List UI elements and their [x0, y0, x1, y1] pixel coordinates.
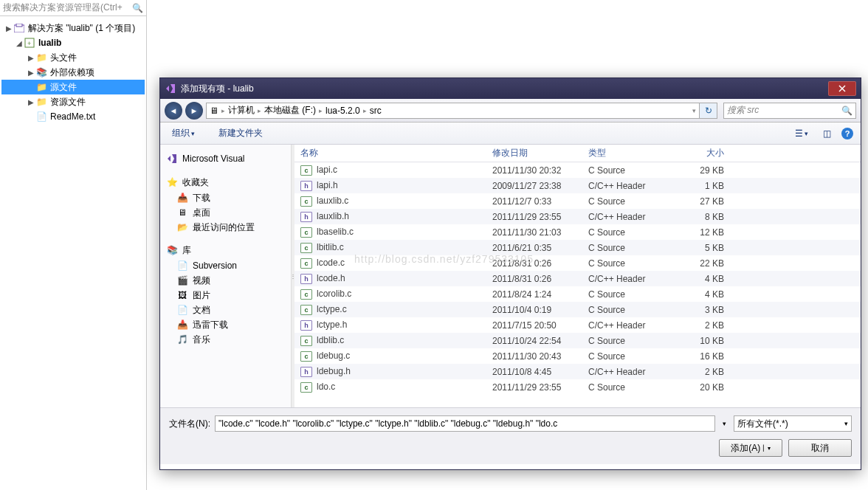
file-row[interactable]: hlctype.h2011/7/15 20:50C/C++ Header2 KB: [294, 317, 861, 333]
file-row[interactable]: clbaselib.c2011/11/30 21:03C Source12 KB: [294, 224, 861, 240]
filename-row: 文件名(N): ▾ 所有文件(*.*) ▾: [169, 415, 852, 432]
file-row[interactable]: cldo.c2011/11/29 23:55C Source20 KB: [294, 379, 861, 395]
dropdown-icon[interactable]: ▾: [720, 420, 729, 427]
c-file-icon: c: [300, 305, 312, 315]
file-row[interactable]: clcode.c2011/8/31 0:26C Source22 KB: [294, 255, 861, 271]
sidebar-item-xunlei[interactable]: 📥迅雷下载: [163, 317, 288, 332]
new-folder-button[interactable]: 新建文件夹: [214, 125, 267, 141]
view-button[interactable]: ☰ ▾: [790, 127, 813, 140]
c-file-icon: h: [300, 274, 312, 284]
folder-icon: 📁: [35, 96, 47, 108]
sidebar-item-music[interactable]: 🎵音乐: [163, 332, 288, 347]
chevron-right-icon: ▸: [258, 107, 261, 114]
crumb-current[interactable]: src: [370, 106, 382, 116]
c-file-icon: h: [300, 367, 312, 377]
filter-select[interactable]: 所有文件(*.*) ▾: [734, 415, 852, 432]
column-type[interactable]: 类型: [582, 147, 671, 159]
caret-icon: ◢: [15, 39, 24, 47]
c-file-icon: c: [300, 351, 312, 362]
library-icon: 📚: [166, 244, 178, 256]
folder-source[interactable]: 📁 源文件: [1, 80, 145, 94]
filename-input[interactable]: [215, 415, 715, 432]
folder-external[interactable]: ▶ 📚 外部依赖项: [1, 65, 145, 80]
file-row[interactable]: hlcode.h2011/8/31 0:26C/C++ Header4 KB: [294, 271, 861, 286]
xunlei-icon: 📥: [176, 319, 188, 331]
folder-resource[interactable]: ▶ 📁 资源文件: [1, 94, 145, 109]
svn-icon: 📄: [176, 260, 188, 272]
solution-search[interactable]: 搜索解决方案资源管理器(Ctrl+ 🔍: [0, 0, 146, 16]
crumb-folder[interactable]: lua-5.2.0: [326, 106, 360, 116]
sidebar-vs[interactable]: Microsoft Visual: [163, 151, 288, 167]
caret-icon: ▶: [27, 98, 35, 106]
vs-icon: [166, 153, 178, 165]
c-file-icon: c: [300, 258, 312, 269]
dialog-title: 添加现有项 - lualib: [181, 83, 827, 95]
file-readme[interactable]: 📄 ReadMe.txt: [1, 109, 145, 124]
sidebar-item-pictures[interactable]: 🖼图片: [163, 288, 288, 303]
solution-icon: [13, 22, 25, 34]
help-icon[interactable]: ?: [841, 128, 853, 139]
chevron-right-icon: ▸: [319, 107, 323, 114]
file-row[interactable]: cldebug.c2011/11/30 20:43C Source16 KB: [294, 348, 861, 364]
dialog-search[interactable]: 搜索 src 🔍: [723, 103, 856, 119]
sidebar-item-downloads[interactable]: 📥下载: [163, 190, 288, 205]
solution-search-placeholder: 搜索解决方案资源管理器(Ctrl+: [3, 1, 123, 14]
sidebar-item-recent[interactable]: 📂最近访问的位置: [163, 220, 288, 235]
close-button[interactable]: [828, 81, 856, 96]
solution-label: 解决方案 "lualib" (1 个项目): [28, 22, 135, 35]
sidebar-item-documents[interactable]: 📄文档: [163, 303, 288, 317]
dialog-sidebar: Microsoft Visual ⭐收藏夹 📥下载 🖥桌面 📂最近访问的位置 📚…: [160, 145, 292, 407]
sidebar-item-videos[interactable]: 🎬视频: [163, 273, 288, 288]
back-button[interactable]: ◄: [165, 102, 182, 120]
search-placeholder: 搜索 src: [727, 104, 759, 117]
file-row[interactable]: hlapi.h2009/11/27 23:38C/C++ Header1 KB: [294, 178, 861, 193]
column-name[interactable]: 名称: [294, 147, 486, 159]
svg-text:+: +: [27, 40, 31, 47]
vs-icon: [165, 83, 176, 94]
text-file-icon: 📄: [35, 111, 47, 122]
forward-button[interactable]: ►: [185, 102, 203, 120]
c-file-icon: c: [300, 165, 312, 176]
svg-rect-1: [16, 24, 22, 27]
project-node[interactable]: ◢ + lualib: [1, 35, 145, 50]
sidebar-item-subversion[interactable]: 📄Subversion: [163, 258, 288, 273]
file-row[interactable]: clcorolib.c2011/8/24 1:24C Source4 KB: [294, 286, 861, 302]
project-label: lualib: [38, 38, 61, 48]
column-size[interactable]: 大小: [671, 147, 730, 159]
crumb-computer[interactable]: 计算机: [228, 104, 255, 117]
organize-button[interactable]: 组织 ▾: [168, 125, 199, 141]
c-file-icon: c: [300, 243, 312, 253]
file-row[interactable]: hlauxlib.h2011/11/29 23:55C/C++ Header8 …: [294, 209, 861, 224]
dialog-toolbar: 组织 ▾ 新建文件夹 ☰ ▾ ◫ ?: [160, 122, 861, 145]
file-row[interactable]: cldblib.c2011/10/24 22:54C Source10 KB: [294, 333, 861, 348]
crumb-drive[interactable]: 本地磁盘 (F:): [264, 104, 316, 117]
file-row[interactable]: clbitlib.c2011/6/21 0:35C Source5 KB: [294, 240, 861, 255]
c-file-icon: c: [300, 382, 312, 393]
refresh-button[interactable]: ↻: [700, 103, 717, 119]
solution-explorer: 搜索解决方案资源管理器(Ctrl+ 🔍 ▶ 解决方案 "lualib" (1 个…: [0, 0, 147, 490]
breadcrumb[interactable]: 🖥 ▸ 计算机 ▸ 本地磁盘 (F:) ▸ lua-5.2.0 ▸ src ▾: [206, 103, 700, 119]
add-button[interactable]: 添加(A) ▏▾: [719, 439, 782, 457]
folder-headers[interactable]: ▶ 📁 头文件: [1, 50, 145, 65]
caret-icon: ▶: [27, 69, 35, 77]
preview-button[interactable]: ◫: [819, 127, 836, 140]
file-row[interactable]: clapi.c2011/11/30 20:32C Source29 KB: [294, 162, 861, 178]
file-row[interactable]: clctype.c2011/10/4 0:19C Source3 KB: [294, 302, 861, 317]
sidebar-favorites[interactable]: ⭐收藏夹: [163, 174, 288, 190]
caret-icon: ▶: [27, 54, 35, 62]
solution-node[interactable]: ▶ 解决方案 "lualib" (1 个项目): [1, 21, 145, 35]
file-label: ReadMe.txt: [50, 111, 95, 122]
dialog-titlebar[interactable]: 添加现有项 - lualib: [160, 78, 861, 99]
file-row[interactable]: hldebug.h2011/10/8 4:45C/C++ Header2 KB: [294, 364, 861, 379]
column-date[interactable]: 修改日期: [486, 147, 582, 159]
sidebar-libraries[interactable]: 📚库: [163, 242, 288, 258]
desktop-icon: 🖥: [176, 207, 188, 218]
folder-icon: 📁: [35, 52, 47, 63]
chevron-right-icon: ▸: [221, 107, 225, 114]
sidebar-item-desktop[interactable]: 🖥桌面: [163, 205, 288, 220]
file-row[interactable]: clauxlib.c2011/12/7 0:33C Source27 KB: [294, 193, 861, 209]
file-list-header[interactable]: 名称 修改日期 类型 大小: [294, 145, 861, 162]
split-dropdown-icon: ▏▾: [763, 445, 771, 452]
cancel-button[interactable]: 取消: [788, 439, 852, 457]
dropdown-icon[interactable]: ▾: [692, 107, 696, 114]
